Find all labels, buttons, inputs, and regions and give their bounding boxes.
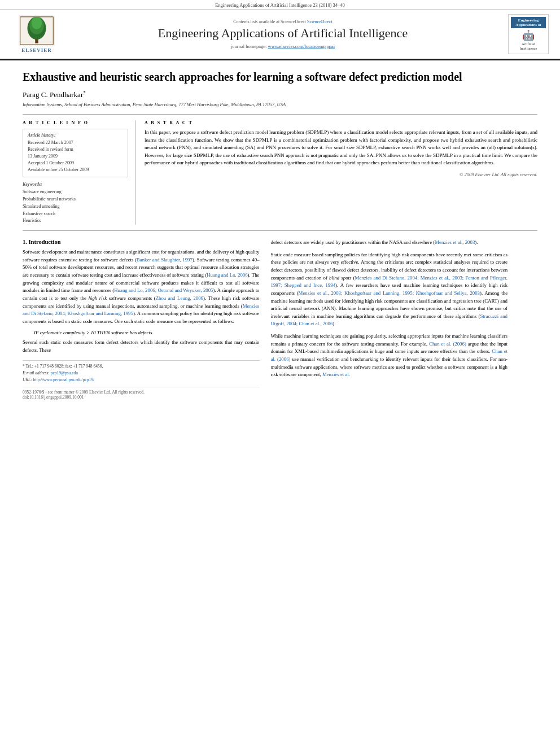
- body-right-column: defect detectors are widely used by prac…: [271, 239, 508, 400]
- article-info-column: A R T I C L E I N F O Article history: R…: [23, 120, 135, 225]
- email-label: E-mail address:: [23, 370, 50, 375]
- journal-title: Engineering Applications of Artificial I…: [68, 26, 498, 41]
- journal-header: ELSEVIER Contents lists available at Sci…: [0, 10, 560, 60]
- intro-para2: Several such static code measures form d…: [23, 339, 260, 354]
- copyright-line: © 2009 Elsevier Ltd. All rights reserved…: [145, 172, 537, 177]
- bottom-bar: 0952-1976/$ - see front matter © 2009 El…: [23, 387, 260, 400]
- history-label: Article history:: [28, 133, 123, 138]
- email-link[interactable]: pcp19@psu.edu: [51, 370, 78, 375]
- online-date: Available online 25 October 2009: [28, 167, 123, 173]
- ref-menzies-fenton[interactable]: Menzies and Di Stefano, 2004; Menzies et…: [271, 275, 508, 289]
- abstract-column: A B S T R A C T In this paper, we propos…: [145, 120, 537, 225]
- ai-journal-logo: Engineering Applications of 🤖 Artificial…: [508, 14, 549, 54]
- article-history-block: Article history: Received 22 March 2007 …: [23, 129, 128, 177]
- keywords-block: Keywords: Software engineering Probabili…: [23, 182, 128, 225]
- url-label: URL:: [23, 377, 32, 382]
- footnote-tel: * Tel.: +1 717 948 6028; fax: +1 717 948…: [23, 363, 260, 370]
- abstract-text: In this paper, we propose a software def…: [145, 129, 537, 167]
- ref-menzies-et-al[interactable]: Menzies et al.: [322, 372, 350, 377]
- ref-menzies-stefano[interactable]: Menzies and Di Stefano, 2004; Khoshgofta…: [23, 303, 260, 317]
- elsevier-logo-area: ELSEVIER: [11, 15, 62, 53]
- author-name: Parag C. Pendharkar*: [23, 90, 537, 99]
- ai-logo-top-text: Engineering Applications of: [511, 17, 546, 28]
- ai-logo-area: Engineering Applications of 🤖 Artificial…: [504, 14, 549, 54]
- ref-menzies-2003[interactable]: Menzies et al., 2003: [435, 239, 475, 245]
- abstract-title: A B S T R A C T: [145, 120, 537, 125]
- ai-logo-icon: 🤖: [511, 29, 546, 42]
- keyword-5: Heuristics: [23, 217, 128, 225]
- footnote-email: E-mail address: pcp19@psu.edu: [23, 370, 260, 377]
- keyword-3: Simulated annealing: [23, 203, 128, 211]
- ref-menzies-khosh[interactable]: Menzies et al., 2003; Khoshgoftaar and L…: [299, 290, 480, 296]
- affiliation: Information Systems, School of Business …: [23, 102, 537, 107]
- received-date: Received 22 March 2007: [28, 139, 123, 146]
- sciencedirect-line: Contents lists available at ScienceDirec…: [68, 19, 498, 24]
- url-link[interactable]: http://www.personal.psu.edu/pcp19/: [33, 377, 94, 382]
- ref-chan-2006a[interactable]: Chan et al. (2006): [429, 341, 466, 347]
- journal-title-area: Contents lists available at ScienceDirec…: [62, 19, 504, 49]
- right-para3: While machine learning techniques are ga…: [271, 333, 508, 379]
- body-left-column: 1. Introduction Software development and…: [23, 239, 260, 400]
- keyword-1: Software engineering: [23, 189, 128, 196]
- ref-chan-2006b[interactable]: Chan et al. (2006): [271, 348, 508, 362]
- intro-para1: Software development and maintenance con…: [23, 248, 260, 325]
- elsevier-tree-icon: [17, 15, 56, 46]
- article-meta-section: A R T I C L E I N F O Article history: R…: [23, 114, 537, 231]
- sciencedirect-link[interactable]: ScienceDirect: [307, 19, 333, 24]
- ref-stracuzzi[interactable]: Stracuzzi and Utgoff, 2004; Chan et al.,…: [271, 313, 508, 327]
- article-info-title: A R T I C L E I N F O: [23, 120, 128, 125]
- right-para2: Static code measure based sampling polic…: [271, 251, 508, 328]
- journal-citation: Engineering Applications of Artificial I…: [215, 2, 345, 8]
- revised-date: Received in revised form13 January 2009: [28, 146, 123, 160]
- formula: IF cyclomatic complexity ≥ 10 THEN softw…: [23, 330, 260, 335]
- journal-homepage-link[interactable]: www.elsevier.com/locate/engappai: [268, 43, 335, 49]
- top-bar: Engineering Applications of Artificial I…: [0, 0, 560, 10]
- footnote-url: URL: http://www.personal.psu.edu/pcp19/: [23, 377, 260, 383]
- body-section: 1. Introduction Software development and…: [23, 239, 537, 400]
- elsevier-brand-text: ELSEVIER: [21, 47, 52, 53]
- right-para1: defect detectors are widely used by prac…: [271, 239, 508, 247]
- doi-line: doi:10.1016/j.engappai.2009.10.001: [23, 395, 260, 400]
- accepted-date: Accepted 1 October 2009: [28, 160, 123, 167]
- section1-heading: 1. Introduction: [23, 239, 260, 245]
- keyword-2: Probabilistic neural networks: [23, 196, 128, 203]
- main-content: Exhaustive and heuristic search approach…: [0, 60, 560, 411]
- author-asterisk: *: [83, 90, 86, 95]
- ref-banker[interactable]: Banker and Slaughter, 1997: [137, 257, 193, 263]
- keywords-label: Keywords:: [23, 182, 128, 187]
- article-title: Exhaustive and heuristic search approach…: [23, 69, 537, 84]
- elsevier-logo: ELSEVIER: [11, 15, 62, 53]
- ref-huang-ostrand[interactable]: Huang and Lo, 2006; Ostrand and Weyuker,…: [114, 287, 213, 293]
- ai-logo-bottom-text: ArtificialIntelligence: [511, 42, 546, 51]
- keyword-4: Exhaustive search: [23, 211, 128, 218]
- svg-point-4: [32, 17, 42, 29]
- issn-line: 0952-1976/$ - see front matter © 2009 El…: [23, 390, 260, 395]
- ref-zhou[interactable]: Zhou and Leung, 2006: [156, 295, 203, 301]
- journal-homepage: journal homepage: www.elsevier.com/locat…: [68, 43, 498, 49]
- footnote-section: * Tel.: +1 717 948 6028; fax: +1 717 948…: [23, 360, 260, 383]
- ref-huang-lo[interactable]: Huang and Lo, 2006: [207, 272, 247, 278]
